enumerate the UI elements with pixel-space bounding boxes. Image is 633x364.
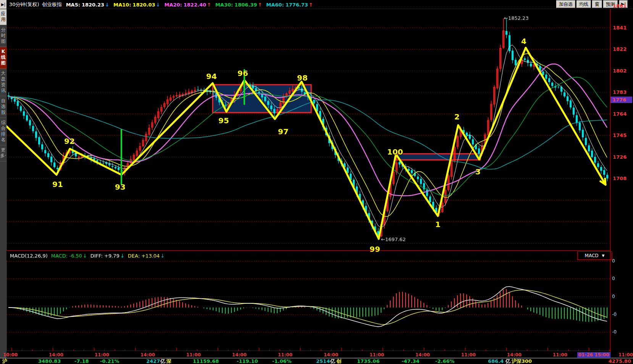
sidebar-item-1[interactable]: 应用	[0, 9, 6, 25]
status-item: 11159.68	[193, 359, 219, 364]
status-item: -47.34	[402, 359, 420, 364]
macd-formula-label: MACD(12,26,9)	[10, 253, 48, 259]
status-item: 1735.06	[357, 359, 379, 364]
time-axis-label: 01-26 15:00	[577, 352, 610, 358]
symbol-name: 创业板指	[42, 1, 62, 8]
status-item: 亿	[330, 359, 335, 364]
status-item: 亿	[505, 359, 510, 364]
price-axis-label: 1783	[613, 89, 627, 95]
status-item: -2.66%	[435, 359, 455, 364]
macd-values: MACD: -6.50↓DIFF: +9.79↓DEA: +13.04↓	[48, 253, 165, 259]
ma-label: MA10:	[113, 2, 131, 8]
macd-axis-label: 0	[612, 258, 615, 264]
time-axis-label: 14:00	[140, 352, 155, 358]
ma-value-2: MA10:1820.03↓	[113, 2, 160, 8]
ma-value-3: MA20:1822.40↑	[164, 2, 211, 8]
status-item: 沪深300	[512, 359, 532, 364]
sidebar-item-6[interactable]: 综合排名	[0, 118, 6, 145]
current-price-tag: 1776	[610, 97, 632, 103]
time-axis-label: 11:00	[461, 352, 476, 358]
status-item: -1.06%	[272, 359, 292, 364]
price-axis-label: 1764	[613, 111, 627, 117]
time-axis-label: 11:00	[370, 352, 384, 358]
sidebar-item-4[interactable]: 大盘资讯	[0, 69, 6, 96]
ma-value-4: MA30:1806.39↑	[215, 2, 262, 8]
price-axis-label: 1841	[613, 25, 627, 31]
status-item: 深	[166, 359, 171, 364]
macd-value-3: DEA: +13.04↓	[128, 253, 165, 259]
ma-value-1: MA5:1820.23↓	[66, 2, 109, 8]
ma-number: 1820.23	[80, 2, 104, 8]
left-sidebar: 应用分时图K线图大盘资讯自选股综合排名更多·	[0, 9, 6, 364]
ma-number: 1820.03	[131, 2, 155, 8]
price-axis-label: 1726	[613, 154, 627, 160]
ma-trend-arrow-icon: ↑	[257, 2, 262, 8]
macd-value-text: DEA: +13.04	[128, 253, 160, 259]
toolbar-button-3[interactable]: 窗	[592, 0, 602, 8]
macd-trend-arrow-icon: ↓	[119, 253, 124, 259]
macd-header: MACD(12,26,9) MACD: -6.50↓DIFF: +9.79↓DE…	[6, 250, 610, 261]
ma-values-row: MA5:1820.23↓MA10:1820.03↓MA20:1822.40↑MA…	[62, 1, 313, 8]
time-axis-label: 11:00	[553, 352, 567, 358]
time-axis-label: 11:00	[186, 352, 201, 358]
toolbar-button-1[interactable]: 加自选	[556, 0, 575, 8]
time-axis-label: 14:00	[232, 352, 247, 358]
status-item: 4275.80	[609, 359, 631, 364]
top-toolbar: ▶| 30分钟(复权) 创业板指 MA5:1820.23↓MA10:1820.0…	[0, 0, 633, 9]
chevron-down-icon: ▼	[602, 254, 605, 258]
ma-trend-arrow-icon: ↓	[104, 2, 109, 8]
macd-axis-label: -0	[612, 329, 617, 335]
period-label: 30分钟(复权)	[9, 1, 39, 8]
macd-axis-label: 0	[612, 294, 615, 299]
time-axis-label: 14:00	[324, 352, 338, 358]
status-item: 686.4	[488, 359, 504, 364]
status-item: -119.10	[237, 359, 258, 364]
toolbar-button-2[interactable]: 均线	[576, 0, 591, 8]
status-item: -0.21%	[100, 359, 119, 364]
main-chart-canvas[interactable]	[6, 9, 610, 250]
ma-label: MA60:	[266, 2, 284, 8]
status-item: -7.18	[74, 359, 89, 364]
macd-axis-label: 0	[612, 276, 615, 281]
time-axis-label: 14:00	[49, 352, 63, 358]
macd-axis-label: -0	[612, 312, 617, 317]
sidebar-item-2[interactable]: 分时图	[0, 25, 6, 47]
price-axis-label: 1745	[613, 132, 627, 138]
macd-panel-canvas[interactable]	[6, 260, 610, 351]
time-axis-label: 11:00	[278, 352, 292, 358]
play-pause-icon[interactable]: ▶|	[0, 0, 6, 9]
ma-trend-arrow-icon: ↓	[155, 2, 160, 8]
time-axis-label: 11:00	[618, 352, 633, 358]
status-item: 2427	[146, 359, 160, 364]
indicator-selector-dropdown[interactable]: MACD ▼	[577, 251, 612, 260]
time-axis-label: 14:00	[415, 352, 430, 358]
toolbar-buttons: 加自选均线窗预测	[556, 0, 618, 8]
status-item: 亿	[160, 359, 165, 364]
status-item: 3480.83	[38, 359, 61, 364]
sidebar-item-5[interactable]: 自选股	[0, 96, 6, 118]
price-axis-label: 1708	[613, 176, 627, 181]
status-item: 沪	[2, 359, 7, 364]
price-axis-label: 1822	[613, 46, 627, 52]
time-axis-label: 14:00	[507, 352, 522, 358]
ma-number: 1806.39	[233, 2, 257, 8]
ma-trend-arrow-icon: ↑	[206, 2, 211, 8]
macd-value-text: MACD: -6.50	[51, 253, 82, 259]
macd-value-text: DIFF: +9.79	[90, 253, 119, 259]
macd-trend-arrow-icon: ↓	[82, 253, 87, 259]
ma-number: 1822.40	[182, 2, 206, 8]
status-item: 创	[336, 359, 341, 364]
ma-label: MA5:	[66, 2, 80, 8]
sidebar-item-7[interactable]: 更多·	[0, 145, 6, 161]
sidebar-item-3[interactable]: K线图	[0, 47, 6, 69]
time-axis-label: 11:00	[95, 352, 109, 358]
ma-label: MA30:	[215, 2, 233, 8]
market-status-bar: 沪3480.83-7.18-0.21%2427亿深11159.68-119.10…	[0, 358, 633, 364]
price-axis-label: 1861	[613, 3, 627, 9]
macd-value-2: DIFF: +9.79↓	[90, 253, 124, 259]
price-axis-border	[610, 9, 610, 358]
macd-value-1: MACD: -6.50↓	[51, 253, 87, 259]
indicator-selector-value: MACD	[585, 253, 599, 258]
ma-number: 1776.73	[284, 2, 308, 8]
macd-trend-arrow-icon: ↓	[160, 253, 165, 259]
